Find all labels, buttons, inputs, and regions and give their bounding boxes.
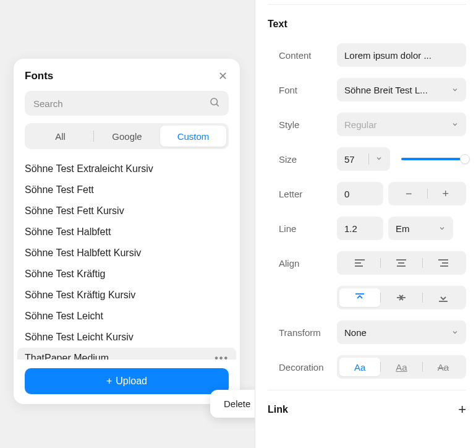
fonts-panel-header: Fonts ✕ [14,70,240,91]
search-input[interactable] [33,98,209,109]
link-section: Link + [268,390,466,418]
font-item[interactable]: Söhne Test Kräftig [25,264,229,285]
content-value: Lorem ipsum dolor ... [344,50,431,61]
font-item[interactable]: Söhne Test Extraleicht Kursiv [25,158,229,179]
font-item[interactable]: Söhne Test Leicht [25,306,229,327]
font-source-tabs: All Google Custom [25,123,229,149]
size-slider[interactable] [401,158,466,160]
chevron-down-icon [451,85,459,95]
plus-button[interactable]: + [428,187,464,200]
align-row: Align [268,251,466,275]
align-center-button[interactable] [381,254,422,272]
divider [368,153,369,165]
valign-row [268,286,466,309]
vertical-align-group [337,286,466,309]
upload-button[interactable]: + Upload [25,368,229,394]
content-row: Content Lorem ipsum dolor ... [268,43,466,67]
style-label: Style [268,119,337,130]
decoration-row: Decoration Aa Aa Aa [268,355,466,379]
style-dropdown[interactable]: Regular [337,113,466,136]
line-unit-value: Em [396,223,410,234]
decoration-group: Aa Aa Aa [337,355,466,379]
letter-input[interactable] [337,182,383,205]
font-item-label: ThatPaper Medium [25,353,109,360]
font-item[interactable]: Söhne Test Halbfett Kursiv [25,243,229,264]
line-input[interactable] [337,217,383,240]
fonts-panel: Fonts ✕ All Google Custom Söhne Test Ext… [14,59,240,404]
search-icon [209,97,220,110]
font-label: Font [268,85,337,95]
properties-panel: Text Content Lorem ipsum dolor ... Font … [255,0,476,448]
style-row: Style Regular [268,113,466,136]
tab-google[interactable]: Google [94,126,160,147]
font-item[interactable]: Söhne Test Fett Kursiv [25,200,229,222]
font-item[interactable]: Söhne Test Leicht Kursiv [25,327,229,348]
panel-divider [268,0,466,5]
font-list[interactable]: Söhne Test Extraleicht Kursiv Söhne Test… [14,155,240,360]
tab-custom[interactable]: Custom [160,126,226,147]
font-item[interactable]: Söhne Test Halbfett [25,222,229,243]
svg-point-0 [211,98,218,105]
slider-thumb[interactable] [460,154,470,164]
size-row: Size [268,147,466,171]
chevron-down-icon [451,119,459,130]
close-icon[interactable]: ✕ [216,70,229,82]
size-label: Size [268,154,337,165]
font-item[interactable]: Söhne Test Kräftig Kursiv [25,285,229,306]
decoration-strikethrough-button[interactable]: Aa [423,358,464,376]
more-icon[interactable]: ••• [215,353,229,360]
font-value: Söhne Breit Test L... [344,85,428,95]
fonts-panel-title: Fonts [25,70,53,82]
font-item-selected[interactable]: ThatPaper Medium ••• [17,348,236,360]
tab-all[interactable]: All [27,126,93,147]
font-dropdown[interactable]: Söhne Breit Test L... [337,78,466,101]
font-item[interactable]: Söhne Test Fett [25,179,229,200]
align-right-button[interactable] [423,254,464,272]
link-section-title: Link [268,404,288,415]
letter-stepper: − + [388,182,466,205]
align-label: Align [268,258,337,269]
content-input[interactable]: Lorem ipsum dolor ... [337,43,466,67]
plus-icon: + [106,376,112,387]
line-row: Line Em [268,217,466,240]
content-label: Content [268,50,337,61]
valign-bottom-button[interactable] [423,288,464,307]
size-stepper[interactable] [337,147,390,171]
slider-track [401,158,466,160]
line-unit-dropdown[interactable]: Em [388,217,453,240]
upload-button-label: Upload [116,376,147,387]
align-left-button[interactable] [339,254,380,272]
transform-value: None [344,327,367,338]
text-section-title: Text [268,19,466,30]
decoration-none-button[interactable]: Aa [339,358,380,376]
svg-line-1 [216,104,218,106]
decoration-label: Decoration [268,362,337,373]
style-value: Regular [344,119,377,130]
line-label: Line [268,223,337,234]
minus-button[interactable]: − [391,187,427,200]
transform-label: Transform [268,327,337,338]
transform-dropdown[interactable]: None [337,321,466,344]
chevron-down-icon [451,327,459,338]
valign-top-button[interactable] [339,288,380,307]
chevron-down-icon [438,223,446,234]
font-row: Font Söhne Breit Test L... [268,78,466,101]
decoration-underline-button[interactable]: Aa [381,358,422,376]
letter-row: Letter − + [268,182,466,205]
letter-label: Letter [268,189,337,199]
valign-middle-button[interactable] [381,288,422,307]
text-align-group [337,251,466,275]
chevron-down-icon[interactable] [372,153,386,165]
size-input[interactable] [344,154,366,165]
search-input-wrap[interactable] [25,91,229,116]
add-link-button[interactable]: + [458,402,466,418]
transform-row: Transform None [268,321,466,344]
